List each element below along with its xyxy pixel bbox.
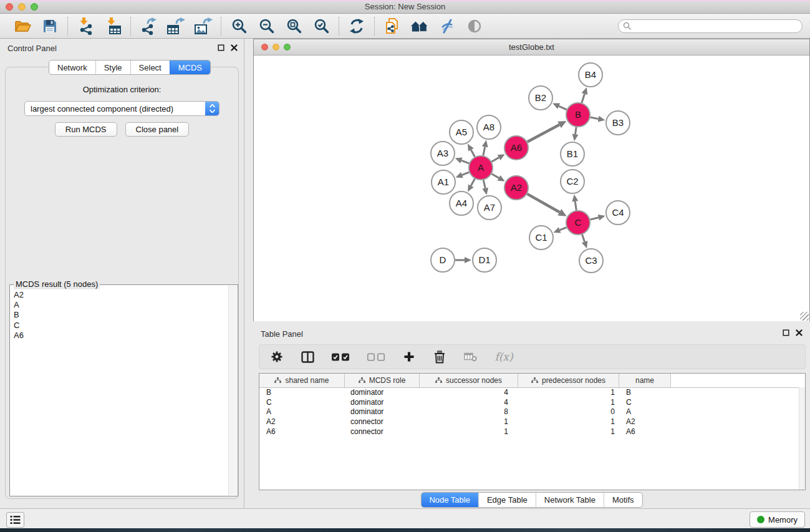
close-panel-button[interactable]: Close panel [125, 122, 190, 137]
graph-node-B3[interactable]: B3 [606, 111, 630, 135]
table-cell[interactable]: B [259, 388, 345, 398]
graph-node-B2[interactable]: B2 [529, 86, 552, 110]
network-canvas[interactable]: AA1A2A3A4A5A6A7A8BB1B2B3B4CC1C2C3C4DD1 [254, 56, 809, 321]
table-tab-edge-table[interactable]: Edge Table [478, 493, 536, 507]
close-window-button[interactable] [6, 3, 13, 11]
criterion-dropdown[interactable]: largest connected component (directed) [24, 101, 219, 116]
show-panels-button[interactable] [6, 512, 24, 528]
table-settings-icon[interactable] [269, 349, 284, 365]
table-cell[interactable]: 1 [518, 427, 619, 437]
table-cell[interactable]: 1 [518, 398, 619, 408]
control-tab-mcds[interactable]: MCDS [170, 60, 210, 74]
table-cell[interactable]: A [259, 407, 345, 417]
export-network-icon[interactable] [139, 17, 158, 36]
table-cell[interactable]: 4 [420, 388, 518, 398]
import-network-icon[interactable] [76, 17, 95, 36]
mcds-result-item[interactable]: A [14, 300, 238, 310]
control-tab-style[interactable]: Style [95, 60, 130, 74]
table-cell[interactable]: 1 [420, 427, 518, 437]
table-cell[interactable]: 4 [420, 398, 518, 408]
control-tab-select[interactable]: Select [130, 60, 170, 74]
graphics-details-icon[interactable] [438, 17, 456, 36]
table-tab-network-table[interactable]: Network Table [536, 493, 604, 507]
graph-node-A8[interactable]: A8 [477, 115, 501, 139]
maximize-window-button[interactable] [31, 3, 38, 11]
delete-column-icon[interactable] [432, 349, 447, 365]
control-tab-network[interactable]: Network [49, 60, 95, 74]
save-session-icon[interactable] [41, 17, 59, 36]
memory-button[interactable]: Memory [750, 511, 805, 528]
export-image-icon[interactable] [194, 17, 213, 36]
table-cell[interactable]: dominator [345, 398, 420, 408]
table-cell[interactable]: 1 [518, 417, 619, 427]
deselect-all-icon[interactable] [366, 349, 386, 365]
apply-layout-icon[interactable] [347, 17, 366, 36]
table-cell[interactable]: B [619, 388, 671, 398]
network-close-button[interactable] [261, 44, 268, 51]
zoom-in-icon[interactable] [229, 17, 248, 36]
search-field[interactable] [618, 19, 803, 33]
mcds-result-item[interactable]: A2 [14, 290, 238, 300]
graph-node-D1[interactable]: D1 [473, 248, 496, 272]
minimize-window-button[interactable] [18, 3, 26, 11]
table-tab-node-table[interactable]: Node Table [421, 493, 478, 507]
graph-node-A6[interactable]: A6 [504, 136, 528, 160]
close-panel-icon[interactable] [231, 44, 238, 51]
float-table-panel-icon[interactable] [783, 329, 789, 336]
table-cell[interactable]: 0 [518, 407, 619, 417]
resize-grip[interactable] [800, 312, 809, 321]
graph-node-A7[interactable]: A7 [478, 196, 501, 220]
import-table-icon[interactable] [104, 17, 122, 36]
graph-node-C3[interactable]: C3 [579, 249, 603, 273]
graph-node-C1[interactable]: C1 [529, 226, 553, 249]
table-cell[interactable]: A2 [619, 417, 671, 427]
network-window-titlebar[interactable]: testGlobe.txt [254, 39, 809, 56]
graph-node-C4[interactable]: C4 [606, 201, 630, 225]
zoom-selected-icon[interactable] [312, 17, 330, 36]
table-cell[interactable]: C [619, 398, 671, 408]
export-table-icon[interactable] [166, 17, 185, 36]
table-cell[interactable]: A2 [259, 417, 345, 427]
table-cell[interactable]: C [259, 398, 345, 408]
graph-node-C2[interactable]: C2 [561, 170, 584, 193]
mcds-result-item[interactable]: A6 [14, 331, 238, 341]
table-cell[interactable]: A6 [619, 427, 671, 437]
mcds-result-item[interactable]: B [14, 310, 238, 320]
table-row-C[interactable]: Cdominator41C [259, 398, 805, 408]
table-tab-motifs[interactable]: Motifs [604, 493, 642, 507]
select-all-icon[interactable] [330, 349, 350, 365]
table-cell[interactable]: dominator [345, 407, 420, 417]
network-maximize-button[interactable] [284, 44, 291, 51]
table-cell[interactable]: A [619, 407, 671, 417]
graph-node-B4[interactable]: B4 [579, 63, 602, 87]
zoom-out-icon[interactable] [257, 17, 276, 36]
table-row-A[interactable]: Adominator80A [259, 407, 805, 417]
graph-node-A2[interactable]: A2 [504, 176, 528, 200]
table-cell[interactable]: 1 [518, 388, 619, 398]
home-icon[interactable] [410, 17, 429, 36]
create-column-icon[interactable] [402, 349, 417, 365]
eye-icon[interactable] [465, 17, 484, 36]
column-header-MCDS-role[interactable]: MCDS role [345, 374, 420, 387]
table-cell[interactable]: 8 [420, 407, 518, 417]
table-row-A2[interactable]: A2connector11A2 [259, 417, 805, 427]
delete-table-icon[interactable] [463, 349, 478, 365]
table-scrollbar[interactable] [799, 387, 805, 490]
table-row-A6[interactable]: A6connector11A6 [259, 427, 805, 437]
mcds-result-item[interactable]: C [14, 321, 238, 331]
duplicate-network-icon[interactable] [383, 17, 402, 36]
graph-node-A1[interactable]: A1 [432, 170, 455, 194]
column-header-successor-nodes[interactable]: successor nodes [420, 374, 518, 387]
graph-node-C[interactable]: C [566, 211, 590, 235]
graph-node-A4[interactable]: A4 [450, 191, 473, 215]
graph-node-A5[interactable]: A5 [450, 120, 473, 144]
run-mcds-button[interactable]: Run MCDS [55, 122, 117, 137]
network-minimize-button[interactable] [272, 44, 279, 51]
graph-node-A3[interactable]: A3 [431, 142, 455, 165]
open-session-icon[interactable] [13, 17, 32, 36]
column-header-predecessor-nodes[interactable]: predecessor nodes [518, 374, 619, 387]
graph-node-B[interactable]: B [566, 103, 590, 127]
graph-node-D[interactable]: D [431, 248, 455, 272]
close-table-panel-icon[interactable] [796, 329, 803, 336]
table-cell[interactable]: 1 [420, 417, 518, 427]
